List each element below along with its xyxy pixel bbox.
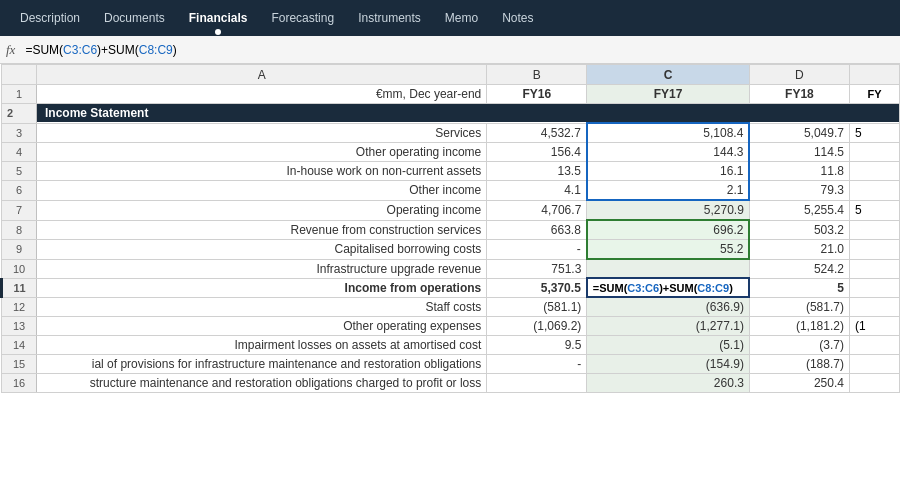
cell-a13[interactable]: Other operating expenses — [37, 317, 487, 336]
cell-b10[interactable]: 751.3 — [487, 259, 587, 278]
tab-forecasting[interactable]: Forecasting — [259, 3, 346, 33]
cell-a16[interactable]: structure maintenance and restoration ob… — [37, 374, 487, 393]
cell-c11[interactable]: =SUM(C3:C6)+SUM(C8:C9) — [587, 278, 750, 297]
cell-d11[interactable]: 5 — [749, 278, 849, 297]
cell-a4[interactable]: Other operating income — [37, 143, 487, 162]
cell-a3[interactable]: Services — [37, 123, 487, 143]
corner-header — [2, 65, 37, 85]
cell-c6[interactable]: 2.1 — [587, 181, 750, 201]
cell-d8[interactable]: 503.2 — [749, 220, 849, 240]
cell-d9[interactable]: 21.0 — [749, 240, 849, 260]
column-header-row: A B C D — [2, 65, 900, 85]
cell-a11[interactable]: Income from operations — [37, 278, 487, 297]
cell-d5[interactable]: 11.8 — [749, 162, 849, 181]
cell-d16[interactable]: 250.4 — [749, 374, 849, 393]
col-a-header[interactable]: A — [37, 65, 487, 85]
tab-notes[interactable]: Notes — [490, 3, 545, 33]
cell-e9[interactable] — [849, 240, 899, 260]
cell-e14[interactable] — [849, 336, 899, 355]
cell-a8[interactable]: Revenue from construction services — [37, 220, 487, 240]
cell-c12[interactable]: (636.9) — [587, 297, 750, 317]
cell-a12[interactable]: Staff costs — [37, 297, 487, 317]
tab-documents[interactable]: Documents — [92, 3, 177, 33]
col-e-header[interactable] — [849, 65, 899, 85]
cell-d1[interactable]: FY18 — [749, 85, 849, 104]
tab-description[interactable]: Description — [8, 3, 92, 33]
cell-e10[interactable] — [849, 259, 899, 278]
cell-b9[interactable]: - — [487, 240, 587, 260]
cell-c3[interactable]: 5,108.4 — [587, 123, 750, 143]
cell-a15[interactable]: ial of provisions for infrastructure mai… — [37, 355, 487, 374]
cell-b4[interactable]: 156.4 — [487, 143, 587, 162]
table-row: 4 Other operating income 156.4 144.3 114… — [2, 143, 900, 162]
cell-b16[interactable] — [487, 374, 587, 393]
cell-e15[interactable] — [849, 355, 899, 374]
row-num-16: 16 — [2, 374, 37, 393]
top-navigation: Description Documents Financials Forecas… — [0, 0, 900, 36]
cell-e13[interactable]: (1 — [849, 317, 899, 336]
row-num-14: 14 — [2, 336, 37, 355]
col-d-header[interactable]: D — [749, 65, 849, 85]
tab-financials[interactable]: Financials — [177, 3, 260, 33]
table-row: 13 Other operating expenses (1,069.2) (1… — [2, 317, 900, 336]
cell-b13[interactable]: (1,069.2) — [487, 317, 587, 336]
cell-a10[interactable]: Infrastructure upgrade revenue — [37, 259, 487, 278]
cell-d15[interactable]: (188.7) — [749, 355, 849, 374]
cell-c15[interactable]: (154.9) — [587, 355, 750, 374]
cell-b15[interactable]: - — [487, 355, 587, 374]
cell-e3[interactable]: 5 — [849, 123, 899, 143]
cell-b1[interactable]: FY16 — [487, 85, 587, 104]
cell-a1[interactable]: €mm, Dec year-end — [37, 85, 487, 104]
row-num-8: 8 — [2, 220, 37, 240]
table-row: 1 €mm, Dec year-end FY16 FY17 FY18 FY — [2, 85, 900, 104]
col-c-header[interactable]: C — [587, 65, 750, 85]
cell-d7[interactable]: 5,255.4 — [749, 200, 849, 220]
cell-a7[interactable]: Operating income — [37, 200, 487, 220]
cell-a14[interactable]: Impairment losses on assets at amortised… — [37, 336, 487, 355]
row-num-1: 1 — [2, 85, 37, 104]
cell-b3[interactable]: 4,532.7 — [487, 123, 587, 143]
cell-c13[interactable]: (1,277.1) — [587, 317, 750, 336]
cell-e5[interactable] — [849, 162, 899, 181]
cell-d4[interactable]: 114.5 — [749, 143, 849, 162]
cell-e1[interactable]: FY — [849, 85, 899, 104]
cell-a5[interactable]: In-house work on non-current assets — [37, 162, 487, 181]
spreadsheet: A B C D 1 €mm, Dec year-end FY16 FY17 FY… — [0, 64, 900, 393]
col-b-header[interactable]: B — [487, 65, 587, 85]
cell-e12[interactable] — [849, 297, 899, 317]
cell-b8[interactable]: 663.8 — [487, 220, 587, 240]
cell-b7[interactable]: 4,706.7 — [487, 200, 587, 220]
cell-e4[interactable] — [849, 143, 899, 162]
cell-d14[interactable]: (3.7) — [749, 336, 849, 355]
cell-b14[interactable]: 9.5 — [487, 336, 587, 355]
cell-c8[interactable]: 696.2 — [587, 220, 750, 240]
cell-e11[interactable] — [849, 278, 899, 297]
cell-c7[interactable]: 5,270.9 — [587, 200, 750, 220]
cell-e6[interactable] — [849, 181, 899, 201]
cell-b12[interactable]: (581.1) — [487, 297, 587, 317]
cell-d12[interactable]: (581.7) — [749, 297, 849, 317]
tab-memo[interactable]: Memo — [433, 3, 490, 33]
cell-d6[interactable]: 79.3 — [749, 181, 849, 201]
table-row: 2 Income Statement — [2, 104, 900, 124]
cell-c16[interactable]: 260.3 — [587, 374, 750, 393]
cell-c5[interactable]: 16.1 — [587, 162, 750, 181]
cell-e8[interactable] — [849, 220, 899, 240]
cell-c9[interactable]: 55.2 — [587, 240, 750, 260]
cell-b11[interactable]: 5,370.5 — [487, 278, 587, 297]
cell-b6[interactable]: 4.1 — [487, 181, 587, 201]
cell-d3[interactable]: 5,049.7 — [749, 123, 849, 143]
tab-instruments[interactable]: Instruments — [346, 3, 433, 33]
cell-a6[interactable]: Other income — [37, 181, 487, 201]
cell-c14[interactable]: (5.1) — [587, 336, 750, 355]
cell-c4[interactable]: 144.3 — [587, 143, 750, 162]
cell-b5[interactable]: 13.5 — [487, 162, 587, 181]
cell-a9[interactable]: Capitalised borrowing costs — [37, 240, 487, 260]
cell-c10[interactable] — [587, 259, 750, 278]
cell-a2[interactable]: Income Statement — [37, 104, 900, 124]
cell-c1[interactable]: FY17 — [587, 85, 750, 104]
cell-e16[interactable] — [849, 374, 899, 393]
cell-d13[interactable]: (1,181.2) — [749, 317, 849, 336]
cell-d10[interactable]: 524.2 — [749, 259, 849, 278]
cell-e7[interactable]: 5 — [849, 200, 899, 220]
